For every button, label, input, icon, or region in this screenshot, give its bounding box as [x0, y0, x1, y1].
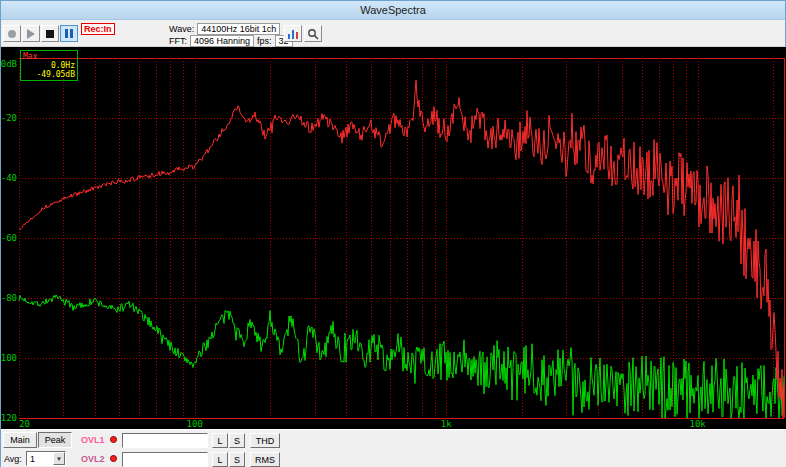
control-bar: Main Peak OVL1 L S THD Avg: 1 ▼ OVL2 L S…	[1, 429, 786, 467]
pause-button[interactable]	[60, 25, 78, 42]
rms-button[interactable]: RMS	[250, 452, 280, 467]
magnifier-icon	[307, 28, 319, 40]
stop-icon	[46, 30, 54, 38]
svg-text:-60: -60	[1, 233, 17, 243]
main-tab-button[interactable]: Main	[3, 432, 37, 448]
ovl2-field[interactable]	[122, 452, 208, 467]
fft-value: 4096 Hanning	[190, 35, 254, 47]
svg-text:-80: -80	[1, 293, 17, 303]
spectrum-icon	[287, 28, 299, 40]
svg-text:0dB: 0dB	[1, 59, 17, 69]
toolbar: Rec:In Wave: 44100Hz 16bit 1ch FFT: 4096…	[1, 20, 785, 47]
fft-label: FFT:	[169, 36, 187, 46]
svg-text:1k: 1k	[441, 419, 452, 429]
wave-label: Wave:	[169, 24, 194, 34]
chevron-down-icon: ▼	[53, 452, 65, 465]
pause-icon	[65, 29, 73, 38]
display-settings-button[interactable]	[284, 25, 302, 42]
record-icon	[8, 30, 16, 38]
s-button-row1[interactable]: S	[229, 433, 245, 448]
wavespectra-window: WaveSpectra Rec:In Wave: 44100Hz 16bit 1…	[0, 0, 786, 467]
svg-text:-120: -120	[1, 413, 17, 423]
stop-button[interactable]	[41, 25, 59, 42]
ovl2-led	[110, 455, 117, 462]
l-button-row1[interactable]: L	[212, 433, 228, 448]
ovl1-label[interactable]: OVL1	[81, 435, 105, 445]
svg-text:100: 100	[187, 419, 203, 429]
wave-info-line: Wave: 44100Hz 16bit 1ch	[169, 23, 280, 35]
svg-text:-100: -100	[1, 353, 17, 363]
fps-label: fps:	[257, 36, 272, 46]
title-bar[interactable]: WaveSpectra	[1, 1, 785, 20]
spectrum-canvas: 0dB-20-40-60-80-100-120201001k10k	[1, 47, 786, 429]
wave-format-value: 44100Hz 16bit 1ch	[197, 23, 280, 35]
max-readout: Max 0.0Hz -49.05dB	[20, 50, 78, 81]
avg-select[interactable]: 1 ▼	[26, 451, 66, 466]
svg-text:-20: -20	[1, 113, 17, 123]
window-title: WaveSpectra	[360, 4, 426, 16]
avg-value: 1	[27, 454, 53, 464]
max-level-value: -49.05dB	[23, 70, 75, 79]
zoom-settings-button[interactable]	[304, 25, 322, 42]
record-button[interactable]	[3, 25, 21, 42]
l-button-row2[interactable]: L	[212, 452, 228, 467]
max-frequency-value: 0.0Hz	[23, 61, 75, 70]
svg-text:-40: -40	[1, 173, 17, 183]
fft-info-line: FFT: 4096 Hanning fps: 32	[169, 35, 293, 47]
peak-tab-button[interactable]: Peak	[38, 432, 72, 448]
max-label: Max	[23, 52, 75, 61]
avg-label: Avg:	[4, 454, 22, 464]
rec-input-indicator: Rec:In	[81, 23, 115, 35]
svg-text:10k: 10k	[690, 419, 707, 429]
ovl1-led	[110, 436, 117, 443]
green-channel-spectrum	[19, 295, 784, 418]
svg-text:20: 20	[19, 419, 30, 429]
spectrum-display[interactable]: 0dB-20-40-60-80-100-120201001k10k Max 0.…	[1, 47, 786, 429]
play-button[interactable]	[22, 25, 40, 42]
play-icon	[27, 29, 35, 39]
ovl1-field[interactable]	[122, 433, 208, 448]
ovl2-label[interactable]: OVL2	[81, 454, 105, 464]
thd-button[interactable]: THD	[250, 433, 280, 448]
s-button-row2[interactable]: S	[229, 452, 245, 467]
